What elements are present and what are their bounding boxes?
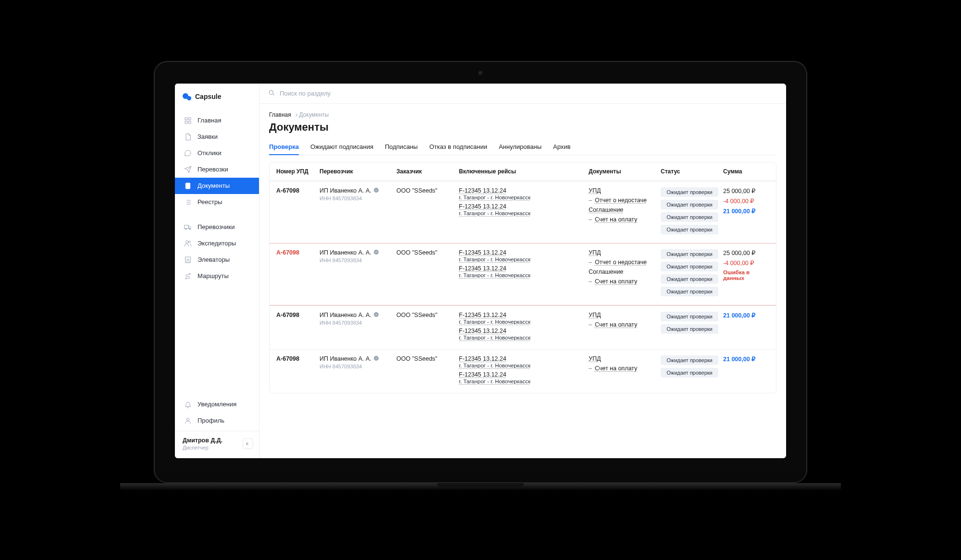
carrier-inn: ИНН 8457093834 [320, 195, 392, 201]
col-sum: Сумма [723, 168, 771, 175]
svg-rect-0 [185, 118, 187, 120]
sidebar-item-home[interactable]: Главная [175, 112, 259, 129]
trip-link[interactable]: F-12345 13.12.24 [459, 203, 506, 210]
status-badge: Ожидает проверки [661, 368, 718, 377]
doc-item[interactable]: УПД [589, 249, 656, 256]
doc-item[interactable]: – Счет на оплату [589, 216, 656, 223]
sidebar-item-carriers[interactable]: Перевозчики [175, 219, 259, 235]
row-customer: ООО "SSeeds" [396, 312, 454, 318]
breadcrumb-current: Документы [299, 111, 329, 118]
tab-3[interactable]: Отказ в подписании [429, 139, 487, 155]
sidebar-item-routes[interactable]: Маршруты [175, 268, 259, 284]
svg-point-27 [374, 312, 379, 317]
doc-item[interactable]: – Счет на оплату [589, 365, 656, 372]
search-icon [268, 89, 275, 97]
status-badge: Ожидает проверки [661, 212, 718, 222]
col-customer: Заказчик [396, 168, 454, 175]
breadcrumb-root[interactable]: Главная [269, 111, 291, 118]
sidebar-item-shipments[interactable]: Перевозки [175, 161, 259, 178]
trip-route: г. Таганрог - г. Новочеркасск [459, 363, 530, 368]
tab-5[interactable]: Архив [553, 139, 570, 155]
user-icon [184, 417, 192, 425]
sidebar-item-requests[interactable]: Заявки [175, 129, 259, 145]
brand-name: Capsule [195, 93, 221, 100]
trip-link[interactable]: F-12345 13.12.24 [459, 187, 506, 194]
sidebar-item-notifications[interactable]: Уведомления [175, 396, 259, 413]
tab-2[interactable]: Подписаны [385, 139, 418, 155]
row-actions [776, 355, 776, 367]
trip-link[interactable]: F-12345 13.12.24 [459, 249, 506, 256]
status-badge: Ожидает проверки [661, 200, 718, 209]
trip-link[interactable]: F-12345 13.12.24 [459, 265, 506, 272]
doc-item[interactable]: – Отчет о недостаче [589, 197, 656, 204]
verified-icon [373, 312, 379, 319]
tabs: ПроверкаОжидают подписанияПодписаныОтказ… [269, 139, 776, 155]
tab-0[interactable]: Проверка [269, 139, 299, 155]
row-trips: F-12345 13.12.24г. Таганрог - г. Новочер… [459, 187, 584, 219]
col-status: Статус [661, 168, 718, 175]
error-text: Ошибка в данных [723, 269, 771, 281]
sidebar-item-profile[interactable]: Профиль [175, 413, 259, 429]
row-status: Ожидает проверкиОжидает проверки [661, 355, 718, 380]
tab-1[interactable]: Ожидают подписания [310, 139, 373, 155]
row-id: А-67098 [276, 312, 315, 318]
sidebar-collapse-button[interactable] [243, 438, 253, 449]
route-icon [184, 272, 192, 280]
users-icon [184, 240, 192, 247]
trip-link[interactable]: F-12345 13.12.24 [459, 312, 506, 318]
page-title: Документы [269, 121, 776, 134]
svg-point-8 [185, 241, 188, 243]
row-sum: 21 000,00 ₽ [723, 355, 771, 363]
row-id: А-67098 [276, 187, 315, 194]
sidebar-item-documents[interactable]: Документы [175, 178, 259, 194]
doc-item[interactable]: УПД [589, 187, 656, 194]
sidebar-item-forwarders[interactable]: Экспедиторы [175, 235, 259, 252]
sidebar-item-registries[interactable]: Реестры [175, 194, 259, 210]
tab-4[interactable]: Аннулированы [499, 139, 542, 155]
svg-rect-10 [185, 257, 191, 263]
content-area: Главная › Документы Документы ПроверкаОж… [259, 104, 786, 458]
sidebar: Capsule Главная Заявки Отклики Перево [175, 84, 259, 458]
status-badge: Ожидает проверки [661, 355, 718, 365]
trip-link[interactable]: F-12345 13.12.24 [459, 355, 506, 362]
doc-item[interactable]: УПД [589, 355, 656, 362]
row-docs: УПД– Счет на оплату [589, 312, 656, 328]
table-row: А-67098ИП Иваненко А. А. ИНН 8457093834О… [270, 349, 776, 393]
doc-item[interactable]: – Счет на оплату [589, 321, 656, 328]
sidebar-item-responses[interactable]: Отклики [175, 145, 259, 161]
sidebar-item-elevators[interactable]: Элеваторы [175, 252, 259, 268]
breadcrumb: Главная › Документы [269, 111, 776, 118]
doc-item[interactable]: УПД [589, 312, 656, 318]
status-badge: Ожидает проверки [661, 287, 718, 296]
trip-link[interactable]: F-12345 13.12.24 [459, 371, 506, 378]
search-input[interactable] [280, 90, 777, 97]
laptop-frame: Capsule Главная Заявки Отклики Перево [154, 61, 807, 499]
documents-table: Номер УПД Перевозчик Заказчик Включенные… [269, 162, 776, 393]
app-shell: Capsule Главная Заявки Отклики Перево [175, 84, 786, 458]
brand-logo[interactable]: Capsule [175, 84, 259, 110]
svg-rect-3 [188, 121, 191, 123]
carrier-inn: ИНН 8457093834 [320, 257, 392, 263]
row-status: Ожидает проверкиОжидает проверкиОжидает … [661, 249, 718, 299]
col-id: Номер УПД [276, 168, 315, 175]
table-row: А-67098ИП Иваненко А. А. ИНН 8457093834О… [270, 181, 776, 243]
file-icon [184, 133, 192, 141]
doc-item[interactable]: Соглашение [589, 268, 656, 275]
row-sum: 25 000,00 ₽-4 000,00 ₽Ошибка в данных [723, 249, 771, 281]
table-header: Номер УПД Перевозчик Заказчик Включенные… [270, 162, 776, 181]
trip-route: г. Таганрог - г. Новочеркасск [459, 378, 530, 384]
row-trips: F-12345 13.12.24г. Таганрог - г. Новочер… [459, 249, 584, 281]
carrier-name: ИП Иваненко А. А. [320, 249, 379, 256]
status-badge: Ожидает проверки [661, 262, 718, 271]
user-role: Диспетчер [183, 445, 222, 450]
trip-route: г. Таганрог - г. Новочеркасск [459, 195, 530, 200]
trip-link[interactable]: F-12345 13.12.24 [459, 328, 506, 334]
row-trips: F-12345 13.12.24г. Таганрог - г. Новочер… [459, 355, 584, 387]
svg-point-11 [185, 278, 187, 279]
doc-item[interactable]: – Отчет о недостаче [589, 259, 656, 266]
status-badge: Ожидает проверки [661, 274, 718, 284]
doc-item[interactable]: Соглашение [589, 207, 656, 213]
row-carrier: ИП Иваненко А. А. ИНН 8457093834 [320, 187, 392, 201]
doc-item[interactable]: – Счет на оплату [589, 278, 656, 285]
user-block: Дмитров Д.Д. Диспетчер [175, 431, 259, 458]
